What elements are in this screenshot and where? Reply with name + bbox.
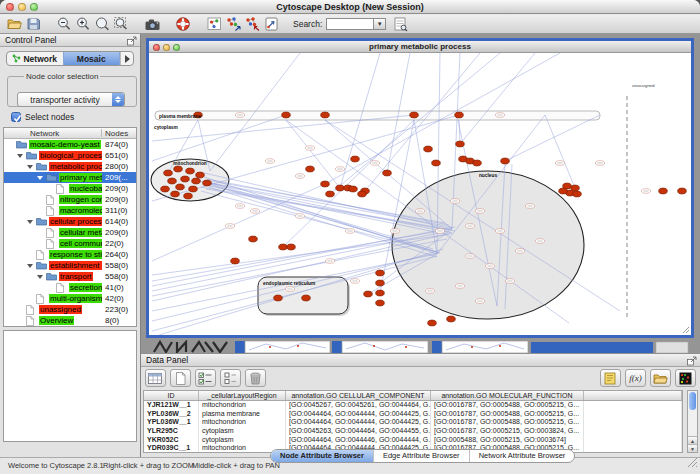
network-edge[interactable] (159, 249, 443, 335)
table-cell[interactable]: [GO:0044464, GO:0044444, GO:0044425, G..… (286, 418, 431, 427)
network-view-window[interactable]: primary metabolic process plasma membran… (146, 38, 694, 338)
network-node[interactable] (168, 178, 177, 184)
network-node[interactable] (174, 166, 183, 172)
network-node[interactable] (559, 188, 568, 194)
network-node[interactable] (231, 258, 240, 264)
table-cell[interactable] (584, 436, 682, 445)
network-node[interactable] (181, 176, 190, 182)
tree-row[interactable]: establishment of lo558(0) (4, 260, 136, 271)
table-row[interactable]: YJR121W__1mitochondrion[GO:0045267, GO:0… (144, 401, 682, 410)
network-edge[interactable] (286, 120, 340, 188)
configure-search-icon[interactable] (391, 16, 410, 33)
save-session-icon[interactable] (24, 16, 43, 33)
tree-row[interactable]: primary metabo209(... (4, 172, 136, 183)
network-node[interactable] (164, 170, 173, 176)
table-row[interactable]: YKR052Ccytoplasm[GO:0044464, GO:0044446,… (144, 436, 682, 445)
network-node[interactable] (432, 160, 441, 166)
select-all-attributes-icon[interactable] (145, 369, 166, 387)
tree-row[interactable]: secretion41(0) (4, 282, 136, 293)
network-node[interactable] (274, 295, 283, 301)
table-cell[interactable]: plasma membrane (199, 410, 286, 419)
network-node[interactable] (184, 193, 193, 199)
table-cell[interactable]: YPL036W__1 (144, 418, 199, 427)
network-edge[interactable] (505, 115, 600, 161)
network-edge[interactable] (152, 115, 459, 201)
network-node[interactable] (302, 295, 311, 301)
expand-arrow-icon[interactable] (27, 165, 33, 169)
scroll-up-icon[interactable]: ▲ (688, 436, 697, 444)
table-cell[interactable]: [GO:0016787, GO:0005488, GO:0005215, G..… (431, 410, 584, 419)
node-color-select[interactable]: transporter activity (17, 92, 125, 107)
network-node[interactable] (192, 178, 201, 184)
tree-row[interactable]: cellular process614(0) (4, 216, 136, 227)
table-cell[interactable]: [GO:0016787, GO:0005488, GO:0005215, G..… (431, 401, 584, 410)
minimized-window-thumbnail[interactable] (332, 341, 428, 353)
table-cell[interactable] (584, 410, 682, 419)
table-column-header[interactable]: ID (144, 391, 199, 400)
network-node[interactable] (171, 191, 180, 197)
network-edge[interactable] (152, 115, 286, 161)
table-cell[interactable]: cytoplasm (199, 436, 286, 445)
zoom-out-icon[interactable] (55, 16, 74, 33)
network-node[interactable] (455, 112, 464, 118)
network-node[interactable] (376, 280, 385, 286)
network-node[interactable] (249, 236, 258, 242)
network-node[interactable] (376, 300, 385, 306)
unselect-all-attributes-icon[interactable] (170, 369, 191, 387)
formula-builder-icon[interactable]: f(x) (625, 369, 646, 387)
tree-row[interactable]: response to stimulu264(0) (4, 249, 136, 260)
minimized-network-windows[interactable] (150, 340, 698, 354)
minimized-window-bar[interactable] (656, 342, 688, 353)
network-node[interactable] (189, 186, 198, 192)
manage-networks-icon[interactable] (205, 16, 224, 33)
delete-attributes-icon[interactable] (245, 369, 266, 387)
tree-row[interactable]: multi-organism pro42(0) (4, 293, 136, 304)
network-node[interactable] (376, 270, 385, 276)
tab-edge-attribute-browser[interactable]: Edge Attribute Browser (373, 450, 469, 462)
network-edge[interactable] (152, 256, 437, 331)
network-node[interactable] (573, 191, 582, 197)
table-column-header[interactable]: annotation.GO CELLULAR_COMPONENT (286, 391, 431, 400)
network-node[interactable] (473, 160, 482, 166)
zoom-selected-region-icon[interactable] (93, 16, 112, 33)
tree-row[interactable]: cell communicat22(0) (4, 238, 136, 249)
network-node[interactable] (349, 186, 358, 192)
table-row[interactable]: YLR295Ccytoplasm[GO:0045263, GO:0044464,… (144, 427, 682, 436)
table-row[interactable]: YPL036W__1mitochondrion[GO:0044464, GO:0… (144, 418, 682, 427)
minimized-window-thumbnail[interactable] (432, 341, 528, 353)
tab-network[interactable]: Network (7, 52, 63, 65)
table-cell[interactable]: mitochondrion (199, 401, 286, 410)
table-cell[interactable]: cytoplasm (199, 427, 286, 436)
tree-column-nodes[interactable]: Nodes (105, 128, 128, 139)
open-session-icon[interactable] (5, 16, 24, 33)
birdseye-view[interactable] (3, 330, 137, 442)
scrollbar-thumb[interactable] (689, 392, 696, 410)
minimized-window-bar[interactable] (531, 342, 653, 353)
expand-arrow-icon[interactable] (27, 264, 33, 268)
tree-row[interactable]: nucleobase-209(0) (4, 183, 136, 194)
tree-row[interactable]: biological_process651(0) (4, 150, 136, 161)
tree-row[interactable]: transport558(0) (4, 271, 136, 282)
network-node[interactable] (321, 181, 330, 187)
help-lifering-icon[interactable] (174, 16, 193, 33)
search-dropdown-icon[interactable]: ▼ (374, 18, 386, 30)
zoom-in-icon[interactable] (74, 16, 93, 33)
minimized-window-thumbnail[interactable] (235, 341, 330, 353)
network-edge[interactable] (460, 53, 535, 144)
tree-column-network[interactable]: Network (30, 128, 59, 139)
table-cell[interactable]: YLR295C (144, 427, 199, 436)
network-node[interactable] (456, 141, 465, 147)
network-node[interactable] (351, 156, 360, 162)
resize-grip[interactable] (687, 454, 698, 472)
tree-row[interactable]: cellular metabo209(0) (4, 227, 136, 238)
network-node[interactable] (203, 180, 212, 186)
table-column-header[interactable] (584, 391, 682, 400)
network-node[interactable] (428, 320, 437, 326)
network-node[interactable] (447, 316, 456, 322)
table-cell[interactable]: [GO:0005488, GO:0005215, GO:0003674] (431, 436, 584, 445)
table-cell[interactable]: YPL036W__2 (144, 410, 199, 419)
table-cell[interactable]: [GO:0045263, GO:0044464, GO:0044455, G..… (286, 427, 431, 436)
network-node[interactable] (287, 244, 296, 250)
network-node[interactable] (376, 290, 385, 296)
network-node[interactable] (282, 112, 291, 118)
